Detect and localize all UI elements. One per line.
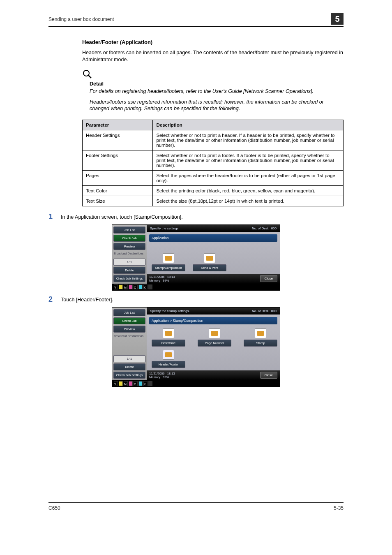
check-job-button[interactable]: Check Job [113,317,145,324]
svg-line-1 [88,75,91,78]
date: 11/21/2006 [149,275,165,279]
btn-label: Date/Time [152,340,185,347]
section-heading: Header/Footer (Application) [82,39,344,45]
svg-point-0 [83,70,89,76]
job-list-button[interactable]: Job List [113,227,145,234]
dest-label: No. of Dest. [252,227,269,230]
check-job-settings-button[interactable]: Check Job Settings [113,275,145,282]
step-text: In the Application screen, touch [Stamp/… [61,213,183,220]
page-number-button[interactable]: Page Number [198,328,231,347]
close-button[interactable]: Close [260,275,277,282]
cell: Select whether or not to print a header.… [153,130,344,150]
check-job-settings-button[interactable]: Check Job Settings [113,372,145,379]
footer-right: 5-35 [334,505,344,511]
table-row: Footer SettingsSelect whether or not to … [83,150,344,170]
cell: Header Settings [83,130,153,150]
table-row: PagesSelect the pages where the header/f… [83,170,344,185]
breadcrumb: Application [149,234,277,242]
dest-count: 000 [271,227,277,230]
title-text: Specify the Stamp settings. [150,309,190,313]
page-footer: C650 5-35 [48,502,344,511]
header-footer-icon [163,350,174,360]
page-number-icon [209,328,220,338]
cell: Text Size [83,196,153,206]
th-description: Description [153,120,344,130]
btn-label: Stamp/Composition [152,264,185,271]
cell: Select the size (8pt,10pt,12pt or 14pt) … [153,196,344,206]
send-print-button[interactable]: Send & Print [193,253,226,271]
device-screenshot-2: Job List Check Job Preview Broadcast Des… [112,307,280,387]
broadcast-label: Broadcast Destinations [113,251,145,256]
title-text: Specify the settings. [150,227,180,230]
th-parameter: Parameter [83,120,153,130]
time: 18:13 [167,275,175,279]
cell: Select the printing color (black, red, b… [153,185,344,196]
close-button[interactable]: Close [260,372,277,379]
detail-p1: For details on registering headers/foote… [90,88,344,95]
page-indicator: 1/ 1 [113,355,145,362]
memory-label: Memory [149,375,160,379]
rule [48,26,344,27]
btn-label: Stamp [244,340,277,347]
device-sidebar: Job List Check Job Preview Broadcast Des… [112,225,147,284]
stamp-composition-button[interactable]: Stamp/Composition [152,253,185,271]
header-footer-button[interactable]: Header/Footer [152,350,185,368]
intro-paragraph: Headers or footers can be inserted on al… [82,49,344,63]
device-sidebar: Job List Check Job Preview Broadcast Des… [112,308,147,380]
toner-indicator: YMCK [114,381,152,386]
detail-title: Detail [90,81,344,87]
job-list-button[interactable]: Job List [113,309,145,316]
step-number: 1 [48,213,61,220]
stamp-icon [255,328,266,338]
memory-pct: 99% [163,375,169,379]
cell: Select whether or not to print a footer.… [153,150,344,170]
step-2: 2 Touch [Header/Footer]. [48,296,344,303]
stamp-icon [163,253,174,263]
step-1: 1 In the Application screen, touch [Stam… [48,213,344,220]
dest-count: 000 [271,309,277,313]
cell: Pages [83,170,153,185]
btn-label: Header/Footer [152,361,185,368]
step-number: 2 [48,296,61,303]
toner-indicator: YMCK [114,284,152,289]
breadcrumb: Application > Stamp/Composition [149,317,277,324]
date: 11/21/2006 [149,372,165,375]
date-time-button[interactable]: Date/Time [152,328,185,347]
footer-left: C650 [48,505,60,511]
parameter-table: Parameter Description Header SettingsSel… [82,120,344,206]
btn-label: Send & Print [193,264,226,271]
btn-label: Page Number [198,340,231,347]
memory-pct: 99% [163,279,169,282]
table-row: Text SizeSelect the size (8pt,10pt,12pt … [83,196,344,206]
dest-label: No. of Dest. [252,309,269,313]
check-job-button[interactable]: Check Job [113,235,145,242]
preview-button[interactable]: Preview [113,326,145,333]
delete-button[interactable]: Delete [113,363,145,370]
page-indicator: 1/ 1 [113,259,145,266]
memory-label: Memory [149,279,160,282]
step-text: Touch [Header/Footer]. [61,296,113,303]
running-head: Sending a user box document [48,16,344,22]
preview-button[interactable]: Preview [113,243,145,250]
stamp-button[interactable]: Stamp [244,328,277,347]
send-print-icon [204,253,215,263]
table-row: Header SettingsSelect whether or not to … [83,130,344,150]
cell: Text Color [83,185,153,196]
table-row: Text ColorSelect the printing color (bla… [83,185,344,196]
broadcast-label: Broadcast Destinations [113,334,145,338]
cell: Footer Settings [83,150,153,170]
date-time-icon [163,328,174,338]
delete-button[interactable]: Delete [113,267,145,274]
chapter-number: 5 [331,13,344,25]
time: 18:13 [167,372,175,375]
cell: Select the pages where the header/footer… [153,170,344,185]
magnifier-icon [82,69,92,80]
detail-p2: Headers/footers use registered informati… [90,99,344,112]
detail-block: Detail For details on registering header… [82,69,344,112]
device-screenshot-1: Job List Check Job Preview Broadcast Des… [112,224,280,291]
